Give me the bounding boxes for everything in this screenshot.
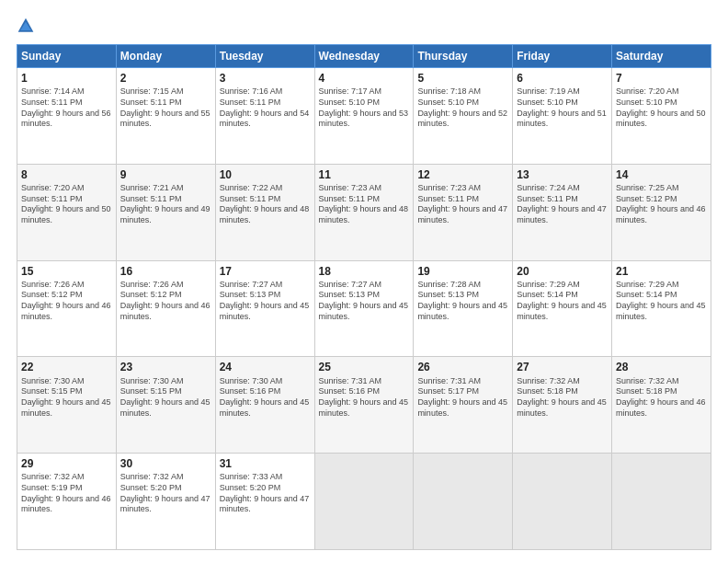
logo-icon	[17, 17, 35, 35]
day-number: 27	[517, 360, 608, 374]
week-row-2: 8Sunrise: 7:20 AM Sunset: 5:11 PM Daylig…	[17, 164, 711, 260]
day-info: Sunrise: 7:15 AM Sunset: 5:11 PM Dayligh…	[120, 86, 211, 130]
calendar-table: SundayMondayTuesdayWednesdayThursdayFrid…	[17, 44, 711, 550]
day-cell: 13Sunrise: 7:24 AM Sunset: 5:11 PM Dayli…	[513, 164, 612, 260]
day-info: Sunrise: 7:23 AM Sunset: 5:11 PM Dayligh…	[319, 183, 410, 226]
day-number: 13	[517, 167, 608, 182]
header-cell-monday: Monday	[116, 45, 215, 68]
day-number: 23	[120, 360, 211, 374]
day-number: 26	[417, 360, 508, 374]
day-info: Sunrise: 7:30 AM Sunset: 5:15 PM Dayligh…	[21, 376, 112, 419]
day-number: 18	[319, 264, 410, 279]
day-cell: 27Sunrise: 7:32 AM Sunset: 5:18 PM Dayli…	[513, 357, 612, 454]
day-info: Sunrise: 7:32 AM Sunset: 5:20 PM Dayligh…	[120, 472, 211, 515]
header-cell-thursday: Thursday	[414, 45, 513, 68]
day-cell: 31Sunrise: 7:33 AM Sunset: 5:20 PM Dayli…	[215, 454, 314, 550]
day-cell: 1Sunrise: 7:14 AM Sunset: 5:11 PM Daylig…	[17, 68, 117, 165]
day-info: Sunrise: 7:27 AM Sunset: 5:13 PM Dayligh…	[220, 280, 311, 323]
week-row-5: 29Sunrise: 7:32 AM Sunset: 5:19 PM Dayli…	[17, 454, 711, 550]
day-cell: 26Sunrise: 7:31 AM Sunset: 5:17 PM Dayli…	[414, 357, 513, 454]
day-info: Sunrise: 7:16 AM Sunset: 5:11 PM Dayligh…	[220, 86, 311, 130]
day-number: 15	[21, 264, 112, 279]
day-info: Sunrise: 7:32 AM Sunset: 5:18 PM Dayligh…	[616, 376, 707, 419]
day-cell: 14Sunrise: 7:25 AM Sunset: 5:12 PM Dayli…	[612, 164, 711, 260]
day-cell: 7Sunrise: 7:20 AM Sunset: 5:10 PM Daylig…	[612, 68, 711, 165]
week-row-3: 15Sunrise: 7:26 AM Sunset: 5:12 PM Dayli…	[17, 260, 711, 357]
day-number: 31	[220, 456, 311, 471]
day-cell: 20Sunrise: 7:29 AM Sunset: 5:14 PM Dayli…	[513, 260, 612, 357]
header-row: SundayMondayTuesdayWednesdayThursdayFrid…	[17, 45, 711, 68]
day-info: Sunrise: 7:26 AM Sunset: 5:12 PM Dayligh…	[21, 280, 112, 323]
day-cell: 21Sunrise: 7:29 AM Sunset: 5:14 PM Dayli…	[612, 260, 711, 357]
day-number: 6	[517, 71, 608, 86]
header-cell-tuesday: Tuesday	[215, 45, 314, 68]
page: SundayMondayTuesdayWednesdayThursdayFrid…	[0, 0, 728, 563]
day-cell: 4Sunrise: 7:17 AM Sunset: 5:10 PM Daylig…	[314, 68, 414, 165]
header-cell-saturday: Saturday	[612, 45, 711, 68]
day-cell: 8Sunrise: 7:20 AM Sunset: 5:11 PM Daylig…	[17, 164, 117, 260]
day-cell: 22Sunrise: 7:30 AM Sunset: 5:15 PM Dayli…	[17, 357, 117, 454]
day-cell: 16Sunrise: 7:26 AM Sunset: 5:12 PM Dayli…	[116, 260, 215, 357]
day-number: 10	[220, 167, 311, 182]
day-cell: 2Sunrise: 7:15 AM Sunset: 5:11 PM Daylig…	[116, 68, 215, 165]
day-number: 28	[616, 360, 707, 374]
day-cell: 18Sunrise: 7:27 AM Sunset: 5:13 PM Dayli…	[314, 260, 414, 357]
day-cell: 11Sunrise: 7:23 AM Sunset: 5:11 PM Dayli…	[314, 164, 414, 260]
day-info: Sunrise: 7:22 AM Sunset: 5:11 PM Dayligh…	[220, 183, 311, 226]
day-number: 3	[220, 71, 311, 86]
day-info: Sunrise: 7:21 AM Sunset: 5:11 PM Dayligh…	[120, 183, 211, 226]
day-cell: 29Sunrise: 7:32 AM Sunset: 5:19 PM Dayli…	[17, 454, 117, 550]
day-cell: 3Sunrise: 7:16 AM Sunset: 5:11 PM Daylig…	[215, 68, 314, 165]
day-number: 8	[21, 167, 112, 182]
day-info: Sunrise: 7:29 AM Sunset: 5:14 PM Dayligh…	[616, 280, 707, 323]
day-number: 30	[120, 456, 211, 471]
header-cell-sunday: Sunday	[17, 45, 117, 68]
day-number: 7	[616, 71, 707, 86]
day-number: 17	[220, 264, 311, 279]
day-number: 1	[21, 71, 112, 86]
day-number: 14	[616, 167, 707, 182]
day-info: Sunrise: 7:23 AM Sunset: 5:11 PM Dayligh…	[417, 183, 508, 226]
day-info: Sunrise: 7:25 AM Sunset: 5:12 PM Dayligh…	[616, 183, 707, 226]
day-info: Sunrise: 7:18 AM Sunset: 5:10 PM Dayligh…	[417, 86, 508, 130]
day-info: Sunrise: 7:24 AM Sunset: 5:11 PM Dayligh…	[517, 183, 608, 226]
day-info: Sunrise: 7:32 AM Sunset: 5:19 PM Dayligh…	[21, 472, 112, 515]
day-cell: 5Sunrise: 7:18 AM Sunset: 5:10 PM Daylig…	[414, 68, 513, 165]
day-cell: 10Sunrise: 7:22 AM Sunset: 5:11 PM Dayli…	[215, 164, 314, 260]
day-number: 21	[616, 264, 707, 279]
day-cell	[513, 454, 612, 550]
day-number: 12	[417, 167, 508, 182]
day-cell: 12Sunrise: 7:23 AM Sunset: 5:11 PM Dayli…	[414, 164, 513, 260]
day-info: Sunrise: 7:31 AM Sunset: 5:17 PM Dayligh…	[417, 376, 508, 419]
day-cell	[612, 454, 711, 550]
header	[17, 17, 711, 35]
day-info: Sunrise: 7:27 AM Sunset: 5:13 PM Dayligh…	[319, 280, 410, 323]
day-cell: 15Sunrise: 7:26 AM Sunset: 5:12 PM Dayli…	[17, 260, 117, 357]
day-info: Sunrise: 7:30 AM Sunset: 5:16 PM Dayligh…	[220, 376, 311, 419]
day-number: 11	[319, 167, 410, 182]
day-info: Sunrise: 7:29 AM Sunset: 5:14 PM Dayligh…	[517, 280, 608, 323]
day-info: Sunrise: 7:20 AM Sunset: 5:11 PM Dayligh…	[21, 183, 112, 226]
day-info: Sunrise: 7:14 AM Sunset: 5:11 PM Dayligh…	[21, 86, 112, 130]
day-info: Sunrise: 7:26 AM Sunset: 5:12 PM Dayligh…	[120, 280, 211, 323]
logo	[17, 17, 39, 35]
day-cell: 6Sunrise: 7:19 AM Sunset: 5:10 PM Daylig…	[513, 68, 612, 165]
day-cell: 30Sunrise: 7:32 AM Sunset: 5:20 PM Dayli…	[116, 454, 215, 550]
header-cell-wednesday: Wednesday	[314, 45, 414, 68]
day-number: 2	[120, 71, 211, 86]
day-info: Sunrise: 7:20 AM Sunset: 5:10 PM Dayligh…	[616, 86, 707, 130]
day-number: 25	[319, 360, 410, 374]
day-cell: 23Sunrise: 7:30 AM Sunset: 5:15 PM Dayli…	[116, 357, 215, 454]
day-info: Sunrise: 7:33 AM Sunset: 5:20 PM Dayligh…	[220, 472, 311, 515]
header-cell-friday: Friday	[513, 45, 612, 68]
day-cell: 24Sunrise: 7:30 AM Sunset: 5:16 PM Dayli…	[215, 357, 314, 454]
day-number: 20	[517, 264, 608, 279]
day-number: 19	[417, 264, 508, 279]
week-row-4: 22Sunrise: 7:30 AM Sunset: 5:15 PM Dayli…	[17, 357, 711, 454]
day-info: Sunrise: 7:28 AM Sunset: 5:13 PM Dayligh…	[417, 280, 508, 323]
day-number: 4	[319, 71, 410, 86]
day-number: 9	[120, 167, 211, 182]
week-row-1: 1Sunrise: 7:14 AM Sunset: 5:11 PM Daylig…	[17, 68, 711, 165]
day-cell: 9Sunrise: 7:21 AM Sunset: 5:11 PM Daylig…	[116, 164, 215, 260]
day-number: 24	[220, 360, 311, 374]
